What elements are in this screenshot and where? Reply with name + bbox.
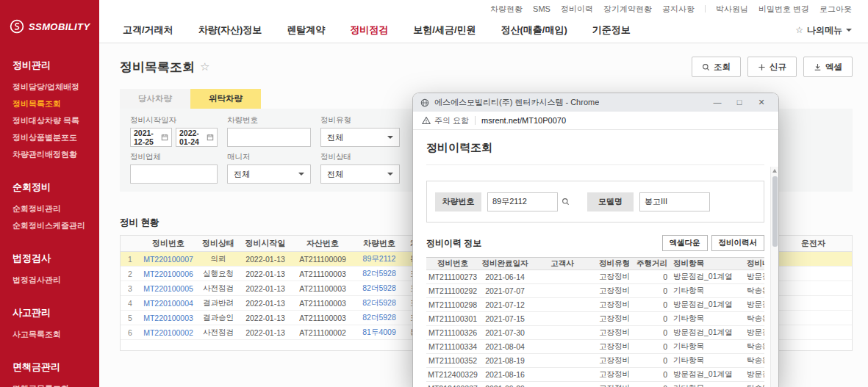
excel-button[interactable]: 엑셀 (803, 57, 853, 77)
popup-vehicle-label: 차량번호 (435, 192, 481, 211)
utility-link[interactable]: 비밀번호 변경 (758, 4, 809, 15)
utility-link[interactable]: SMS (533, 4, 550, 13)
search-button[interactable]: 조회 (692, 57, 741, 77)
popup-vehicle-input[interactable] (487, 192, 558, 211)
cell-vehicle_no[interactable]: 82더5928 (354, 269, 404, 279)
sidebar-item-link[interactable]: 정비담당/업체배정 (12, 79, 92, 95)
tab-inactive[interactable]: 당사차량 (120, 89, 190, 109)
excel-download-button[interactable]: 엑셀다운 (662, 235, 708, 251)
history-cell-complete-date: 2021-06-14 (479, 272, 531, 281)
maximize-button[interactable]: □ (728, 93, 750, 112)
cell-maint_no[interactable]: MT220100002 (140, 328, 197, 337)
sidebar-item-link[interactable]: 면책금목록조회 (12, 380, 92, 387)
history-cell-mileage: 0 (635, 356, 672, 365)
nav-item[interactable]: 기준정보 (592, 23, 631, 37)
my-menu-button[interactable]: ☆ 나의메뉴 (795, 24, 852, 37)
history-cell-maint-no: MT211100301 (426, 314, 479, 323)
date-from-input[interactable]: 2021-12-25 (130, 128, 172, 147)
history-cell-mileage: 0 (635, 328, 672, 337)
calendar-icon[interactable] (207, 134, 214, 141)
sidebar-section-title: 면책금관리 (12, 361, 92, 374)
calendar-icon[interactable] (161, 134, 168, 141)
close-button[interactable]: ✕ (750, 93, 772, 112)
history-row[interactable]: MT2111003522021-08-19고장정비0기타항목탁송왕복/ 전면 차… (426, 354, 764, 368)
popup-search-form: 차량번호 모델명 (426, 181, 764, 223)
utility-link[interactable]: 정비이력 (561, 4, 593, 15)
vehicle-no-input[interactable] (227, 128, 311, 147)
nav-item[interactable]: 고객/거래처 (123, 23, 173, 37)
maint-type-select[interactable]: 전체 (320, 128, 400, 147)
popup-titlebar[interactable]: 에스에스모빌리티(주) 렌터카시스템 - Chrome — □ ✕ (413, 93, 778, 112)
history-column-header-maint-no: 정비번호 (426, 258, 479, 269)
cell-maint_no[interactable]: MT220100004 (140, 299, 197, 308)
cell-vehicle_no[interactable]: 82더5928 (354, 298, 404, 308)
history-row[interactable]: MT2111003262021-07-30고장정비0방문점검_01계열방문점검/… (426, 326, 764, 340)
history-row[interactable]: MT2124003292021-08-16고장정비0방문점검_01계열방문점검/… (426, 368, 764, 382)
search-icon[interactable] (562, 198, 570, 206)
nav-item[interactable]: 차량(자산)정보 (198, 23, 262, 37)
history-row[interactable]: MT2111003342021-08-04고장정비0기타항목탁송왕복/ DPF … (426, 340, 764, 354)
manager-value: 전체 (234, 169, 250, 180)
cell-maint_no[interactable]: MT220100007 (140, 255, 197, 264)
history-cell-maint-no: MT212400329 (426, 370, 479, 379)
sidebar-item-link[interactable]: 정비대상차량 목록 (12, 112, 92, 129)
tab-active[interactable]: 위탁차량 (190, 89, 261, 109)
history-cell-maint-no: MT211100298 (426, 300, 479, 309)
utility-link[interactable]: 장기계약현황 (603, 4, 652, 15)
history-cell-maint-detail: 탁송왕복/ DPF 재생 (738, 341, 764, 352)
popup-url[interactable]: msrent.net/MT10P0070 (481, 116, 566, 125)
favorite-star-icon[interactable]: ☆ (200, 60, 209, 73)
button-label: 엑셀 (825, 62, 842, 73)
manager-select[interactable]: 전체 (227, 164, 311, 184)
scroll-up-arrow-icon[interactable] (772, 169, 777, 173)
minimize-button[interactable]: — (706, 93, 728, 112)
history-row[interactable]: MT2111002982021-07-12고장정비0방문점검_01계열방문점검/… (426, 298, 764, 312)
history-column-header-complete-date: 정비완료일자 (479, 258, 531, 269)
sidebar-item-active[interactable]: 정비목록조회 (12, 95, 92, 112)
chevron-down-icon (846, 29, 852, 32)
nav-item[interactable]: 정산(매출/매입) (501, 23, 567, 37)
utility-link[interactable]: 차량현황 (490, 4, 523, 15)
sidebar-item-link[interactable]: 사고목록조회 (12, 326, 92, 343)
nav-item[interactable]: 렌탈계약 (287, 23, 325, 37)
security-warning[interactable]: 주의 요함 (422, 115, 469, 126)
history-cell-maint-type: 고장정비 (594, 355, 635, 366)
popup-model-input[interactable] (639, 192, 710, 211)
popup-heading-wrap: 정비이력조회 (426, 130, 764, 165)
cell-asset_no: AT211100009 (291, 255, 354, 264)
sidebar-item-link[interactable]: 순회정비스케줄관리 (12, 217, 92, 234)
history-report-button[interactable]: 정비이력서 (711, 235, 765, 251)
popup-scrollbar[interactable] (770, 167, 778, 387)
sidebar-item-link[interactable]: 정비상품별분포도 (12, 129, 92, 146)
sidebar-item-link[interactable]: 순회정비관리 (12, 200, 92, 217)
scrollbar-thumb[interactable] (772, 176, 778, 247)
cell-vehicle_no[interactable]: 89무2112 (354, 254, 404, 264)
shop-input[interactable] (130, 164, 218, 184)
cell-maint_no[interactable]: MT220100006 (140, 270, 197, 278)
new-button[interactable]: 신규 (747, 57, 797, 77)
sidebar-item-link[interactable]: 법정검사관리 (12, 272, 92, 289)
nav-item-active[interactable]: 정비점검 (350, 23, 388, 37)
brand-logo[interactable]: SSMOBILITY (0, 0, 99, 34)
utility-link[interactable]: 공지사항 (662, 4, 695, 15)
globe-favicon-icon (420, 98, 429, 107)
cell-maint_no[interactable]: MT220100003 (140, 314, 197, 322)
nav-item[interactable]: 보험/세금/민원 (413, 23, 476, 37)
cell-start_date: 2022-01-13 (240, 284, 291, 293)
utility-link[interactable]: 로그아웃 (819, 4, 852, 15)
date-to-input[interactable]: 2022-01-24 (176, 128, 218, 147)
history-cell-mileage: 0 (635, 286, 672, 295)
cell-vehicle_no[interactable]: 81두4009 (354, 328, 404, 338)
cell-maint_no[interactable]: MT220100005 (140, 284, 197, 293)
cell-vehicle_no[interactable]: 82더5928 (354, 313, 404, 323)
sidebar-item-link[interactable]: 차량관리배정현황 (12, 146, 92, 163)
history-row[interactable]: MT2111002732021-06-14고장정비0방문점검_01계열방문점검 (426, 270, 764, 284)
history-row[interactable]: MT2111003012021-07-15고장정비0기타항목탁송왕복/메인와이어… (426, 312, 764, 326)
history-row[interactable]: MT2124003372021-09-29고장정비0기타항목탁송왕복/사고 수리 (426, 382, 764, 387)
history-row[interactable]: MT2111002922021-07-07고장정비0기타항목탁송왕복/ 운전석 … (426, 284, 764, 298)
cell-vehicle_no[interactable]: 82더5928 (354, 283, 404, 294)
plus-icon (758, 63, 766, 71)
column-header-status: 정비상태 (197, 238, 240, 249)
status-select[interactable]: 전체 (320, 164, 400, 184)
popup-heading: 정비이력조회 (426, 141, 764, 155)
